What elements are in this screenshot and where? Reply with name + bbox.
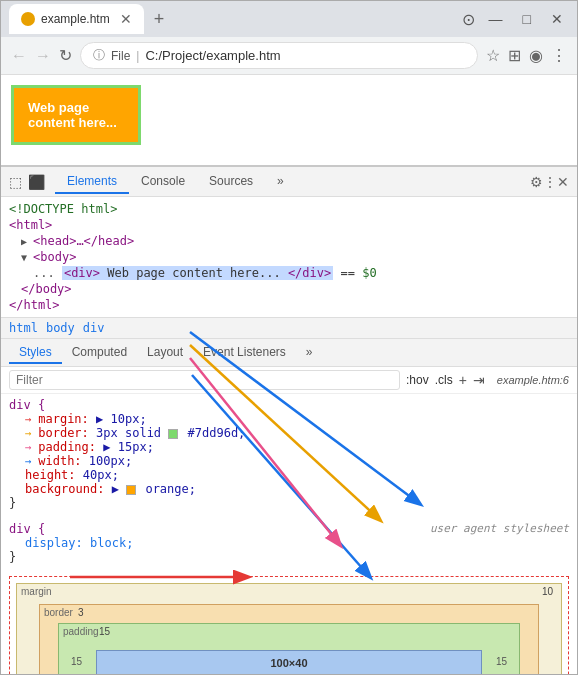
window-controls: ⊙ — □ ✕	[462, 9, 569, 29]
forward-button[interactable]: →	[35, 47, 51, 65]
style-prop-display: display: block;	[25, 536, 569, 550]
address-bar: ← → ↻ ⓘ File | C:/Project/example.htm ☆ …	[1, 37, 577, 75]
arrow-margin: →	[25, 413, 38, 426]
color-swatch-bg[interactable]	[126, 485, 136, 495]
margin-top-val: 10	[542, 586, 553, 597]
address-right-icons: ☆ ⊞ ◉ ⋮	[486, 46, 567, 65]
tab-more[interactable]: »	[265, 170, 296, 194]
user-agent-label: user agent stylesheet	[430, 522, 569, 536]
breadcrumb-html[interactable]: html	[9, 321, 38, 335]
filter-options: :hov .cls + ⇥ example.htm:6	[406, 372, 569, 388]
padding-right-val: 15	[496, 656, 507, 667]
tab-event-listeners[interactable]: Event Listeners	[193, 342, 296, 364]
breadcrumb-div[interactable]: div	[83, 321, 105, 335]
new-tab-button[interactable]: +	[148, 9, 171, 30]
padding-label: padding	[63, 626, 99, 637]
box-padding: padding 15 15 100×40 15	[48, 623, 530, 674]
address-url: C:/Project/example.htm	[145, 48, 280, 63]
close-button[interactable]: ✕	[545, 9, 569, 29]
box-padding-inner: padding 15 15 100×40 15	[58, 623, 520, 674]
source-link[interactable]: example.htm:6	[497, 374, 569, 386]
maximize-button[interactable]: □	[517, 9, 537, 29]
minimize-button[interactable]: —	[483, 9, 509, 29]
box-margin: margin 10 border 3 padding	[16, 583, 562, 674]
box-border-inner: border 3 padding 15 15	[39, 604, 539, 674]
html-doctype: <!DOCTYPE html>	[9, 201, 569, 217]
webpage-div: Web page content here...	[11, 85, 141, 145]
padding-left-val: 15	[71, 656, 82, 667]
devtools-more-icon[interactable]: ⋮	[543, 174, 557, 190]
info-icon: ⓘ	[93, 47, 105, 64]
tab-label: example.htm	[41, 12, 110, 26]
tab-layout[interactable]: Layout	[137, 342, 193, 364]
style-selector-1: div {	[9, 398, 569, 412]
tab-favicon	[21, 12, 35, 26]
reload-button[interactable]: ↻	[59, 46, 72, 65]
html-body[interactable]: ▼ <body>	[9, 249, 569, 265]
extensions-icon[interactable]: ⊞	[508, 46, 521, 65]
html-close: </html>	[9, 297, 569, 313]
arrow-border: →	[25, 427, 38, 440]
menu-icon[interactable]: ⋮	[551, 46, 567, 65]
tab-more-styles[interactable]: »	[296, 342, 323, 364]
html-head[interactable]: ▶ <head>…</head>	[9, 233, 569, 249]
styles-panel: div { → margin: ▶ 10px; → border: 3px so…	[1, 394, 577, 674]
settings-icon[interactable]: ⚙	[530, 174, 543, 190]
box-model-area: margin 10 border 3 padding	[9, 576, 569, 674]
bookmark-icon[interactable]: ☆	[486, 46, 500, 65]
breadcrumb-body[interactable]: body	[46, 321, 75, 335]
add-style-icon[interactable]: +	[459, 372, 467, 388]
padding-top-val: 15	[99, 626, 110, 637]
address-input[interactable]: ⓘ File | C:/Project/example.htm	[80, 42, 478, 69]
border-label: border	[44, 607, 73, 618]
back-button[interactable]: ←	[11, 47, 27, 65]
html-tree: <!DOCTYPE html> <html> ▶ <head>…</head> …	[1, 197, 577, 317]
style-rule-2: div { user agent stylesheet display: blo…	[1, 518, 577, 568]
tab-styles[interactable]: Styles	[9, 342, 62, 364]
tab-close-icon[interactable]: ✕	[120, 11, 132, 27]
devtools-close-icon[interactable]: ✕	[557, 174, 569, 190]
devtools-top-tabs: ⬚ ⬛ Elements Console Sources » ⚙ ⋮ ✕	[1, 167, 577, 197]
filter-bar: :hov .cls + ⇥ example.htm:6	[1, 367, 577, 394]
box-border: border 3 padding 15 15	[25, 604, 553, 674]
filter-input[interactable]	[9, 370, 400, 390]
title-bar: example.htm ✕ + ⊙ — □ ✕	[1, 1, 577, 37]
style-close-1: }	[9, 496, 569, 510]
arrow-padding: →	[25, 441, 38, 454]
html-div[interactable]: ... <div> Web page content here... </div…	[9, 265, 569, 281]
style-prop-width: → width: 100px;	[25, 454, 569, 468]
toggle-sidebar-icon[interactable]: ⇥	[473, 372, 485, 388]
browser-content: Web page content here... ⬚ ⬛ Elements Co…	[1, 75, 577, 674]
inspect-icon[interactable]: ⬚	[9, 174, 22, 190]
cls-toggle[interactable]: .cls	[435, 373, 453, 387]
tab-computed[interactable]: Computed	[62, 342, 137, 364]
style-prop-padding: → padding: ▶ 15px;	[25, 440, 569, 454]
breadcrumb: html body div	[1, 317, 577, 339]
margin-label: margin	[21, 586, 52, 597]
browser-window: example.htm ✕ + ⊙ — □ ✕ ← → ↻ ⓘ File | C…	[0, 0, 578, 675]
tab-console[interactable]: Console	[129, 170, 197, 194]
content-box: 100×40	[96, 650, 482, 674]
style-prop-margin: → margin: ▶ 10px;	[25, 412, 569, 426]
style-prop-border: → border: 3px solid #7dd96d;	[25, 426, 569, 440]
profile-icon[interactable]: ◉	[529, 46, 543, 65]
webpage-area: Web page content here...	[1, 75, 577, 165]
tab-sources[interactable]: Sources	[197, 170, 265, 194]
tab-area: example.htm ✕ +	[9, 4, 456, 34]
border-top-val: 3	[78, 607, 84, 618]
device-icon[interactable]: ⬛	[28, 174, 45, 190]
html-body-close: </body>	[9, 281, 569, 297]
webpage-content: Web page content here...	[28, 100, 124, 130]
arrow-width: →	[25, 455, 38, 468]
devtools-panel: ⬚ ⬛ Elements Console Sources » ⚙ ⋮ ✕ <!D…	[1, 165, 577, 674]
html-open: <html>	[9, 217, 569, 233]
style-close-2: }	[9, 550, 569, 564]
active-tab[interactable]: example.htm ✕	[9, 4, 144, 34]
downloads-icon[interactable]: ⊙	[462, 10, 475, 29]
tab-elements[interactable]: Elements	[55, 170, 129, 194]
style-rule-1: div { → margin: ▶ 10px; → border: 3px so…	[1, 394, 577, 514]
color-swatch-border[interactable]	[168, 429, 178, 439]
hov-toggle[interactable]: :hov	[406, 373, 429, 387]
address-separator: |	[136, 49, 139, 63]
style-prop-height: height: 40px;	[25, 468, 569, 482]
